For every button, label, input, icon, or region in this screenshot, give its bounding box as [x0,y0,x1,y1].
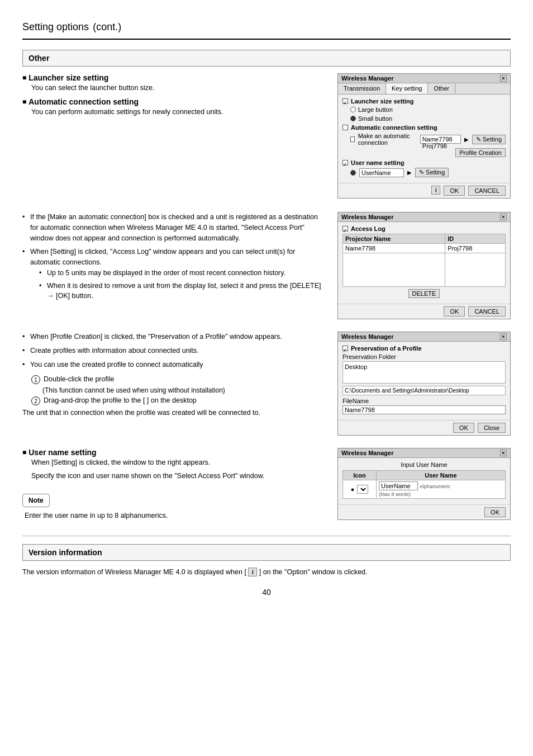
wm3-ok-btn[interactable]: OK [453,423,474,433]
wm1-profile-creation-row: Profile Creation [342,148,506,157]
wm1-ok-btn[interactable]: OK [444,186,465,196]
circle-2: 2 [31,396,40,405]
wireless-manager-window-1: Wireless Manager × Transmission Key sett… [337,73,511,199]
user-name-right: Wireless Manager × Input User Name Icon … [337,448,511,528]
wm4-col-icon: Icon [343,471,377,480]
wm1-cancel-btn[interactable]: CANCEL [468,186,506,196]
wm4-footer: OK [338,504,510,519]
wm4-icon-select[interactable]: ▼ [357,485,368,494]
bullet-right-1: Wireless Manager × Access Log Projector … [337,212,511,327]
wm1-tab-keysetting[interactable]: Key setting [386,83,428,94]
wm3-title: Wireless Manager [341,333,393,340]
user-name-left: User name setting When [Setting] is clic… [22,448,326,528]
wm1-user-name-row: UserName ▶ ✎ Setting [350,168,506,177]
wm1-tab-transmission[interactable]: Transmission [338,83,386,94]
table-row [343,253,506,287]
wm2-close-icon[interactable]: × [500,214,507,220]
wm2-access-log-table: Projector Name ID Name7798 Proj7798 [342,234,506,287]
other-section-header: Other [22,50,511,67]
wm1-close-icon[interactable]: × [500,75,507,82]
launcher-size-title: Launcher size setting [22,73,326,82]
table-row: Name7798 Proj7798 [343,244,506,253]
wm2-access-log-label: Access Log [342,225,506,232]
wm2-checkbox[interactable] [342,226,348,231]
wm3-path-display: C:\Documents and Settings\Administrator\… [342,386,506,395]
wm1-auto-row: Make an automatic connection Name7798 Pr… [350,133,506,146]
wm1-title: Wireless Manager [341,75,393,82]
wm2-col-projector: Projector Name [343,234,445,244]
title-main: Setting options [22,21,89,32]
bullet-left-1: If the [Make an automatic connection] bo… [22,212,326,327]
wm4-user-table: Icon User Name ● ▼ [342,470,506,499]
wm1-large-button-row: Large button [350,106,506,113]
wm3-close-btn[interactable]: Close [478,423,506,433]
wm1-make-auto-checkbox[interactable] [350,136,355,142]
wm4-ok-btn[interactable]: OK [484,507,506,517]
wm1-profile-creation-btn[interactable]: Profile Creation [455,148,506,157]
wm1-body: Launcher size setting Large button Small… [338,94,510,183]
launcher-size-desc: You can select the launcher button size. [31,84,326,92]
wm4-username-input[interactable]: UserName [379,481,418,490]
wm4-body: Input User Name Icon User Name ● [338,458,510,504]
wm3-close-icon[interactable]: × [500,333,507,340]
wm3-preservation-label: Preservation of a Profile [342,345,506,352]
wm4-col-username: User Name [377,471,506,480]
title-cont: (cont.) [93,21,121,32]
wm1-user-radio[interactable] [350,170,356,176]
wm1-radio-large[interactable] [350,107,356,112]
wm3-filename-label: FileName [342,398,506,404]
numbered-list: 1 Double-click the profile (This functio… [31,375,326,405]
wm3-folder-list[interactable]: Desktop [342,361,506,384]
wm2-titlebar: Wireless Manager × [338,212,510,222]
wm1-make-auto-input[interactable]: Name7798 Proj7798 [420,135,461,144]
wm4-input-label: Input User Name [342,461,506,468]
note-label: Note [22,494,50,507]
wm2-body: Access Log Projector Name ID Name7798 Pr… [338,222,510,304]
final-bullet-item: The unit that in connection when the pro… [22,409,326,417]
wm4-title: Wireless Manager [341,450,393,456]
wm3-filename-input[interactable]: Name7798 [342,405,506,414]
wireless-manager-window-3: Wireless Manager × Preservation of a Pro… [337,332,511,436]
bullet-item-1: If the [Make an automatic connection] bo… [22,212,326,243]
user-name-title: User name setting [22,448,326,457]
wm4-icon-value: ● [351,486,355,493]
auto-connection-desc: You can perform automatic settings for n… [31,108,326,116]
bullet-item-5: You can use the created profile to conne… [22,360,326,370]
wm1-tabs: Transmission Key setting Other [338,83,510,94]
user-name-desc2: Specify the icon and user name shown on … [31,472,326,480]
other-section-title: Other [28,54,49,63]
sub-bullet-list: Up to 5 units may be displayed in the or… [39,268,326,301]
wm3-folder-item: Desktop [345,363,503,370]
wm1-user-name-checkbox[interactable] [342,160,348,166]
wm1-auto-section: Automatic connection setting [342,124,506,131]
wireless-manager-window-4: Wireless Manager × Input User Name Icon … [337,448,511,520]
bullet-section-2: When [Profile Creation] is clicked, the … [22,332,511,443]
user-name-section: User name setting When [Setting] is clic… [22,448,511,528]
version-section-title: Version information [28,548,102,557]
wm1-launcher-size-section: Launcher size setting [342,98,506,105]
wm1-setting-btn-1[interactable]: ✎ Setting [472,135,506,144]
wm1-launcher-checkbox[interactable] [342,98,348,104]
wm2-ok-btn[interactable]: OK [444,306,465,316]
note-text: Enter the user name in up to 8 alphanume… [25,512,326,519]
right-column-wm1: Wireless Manager × Transmission Key sett… [337,73,511,206]
version-info-icon: i [248,568,257,577]
sub-bullet-2: When it is desired to remove a unit from… [39,281,326,302]
wm2-delete-btn[interactable]: DELETE [408,289,440,298]
wm2-cancel-btn[interactable]: CANCEL [468,306,506,316]
bullet-item-3: When [Profile Creation] is clicked, the … [22,332,326,342]
wm1-auto-checkbox[interactable] [342,125,348,130]
wm1-radio-small[interactable] [350,116,356,121]
wm1-setting-btn-2[interactable]: ✎ Setting [415,168,449,177]
wm2-row1-name: Name7798 [343,244,445,253]
page-title: Setting options (cont.) [22,17,511,40]
bullet-left-2: When [Profile Creation] is clicked, the … [22,332,326,443]
wm1-username-input[interactable]: UserName [359,168,404,177]
wireless-manager-window-2: Wireless Manager × Access Log Projector … [337,212,511,319]
wm4-close-icon[interactable]: × [500,450,507,456]
wm1-info-btn[interactable]: i [431,186,440,195]
wm3-checkbox[interactable] [342,346,348,351]
wm1-tab-other[interactable]: Other [428,83,455,94]
wm2-title: Wireless Manager [341,214,393,220]
version-desc: The version information of Wireless Mana… [22,568,511,577]
